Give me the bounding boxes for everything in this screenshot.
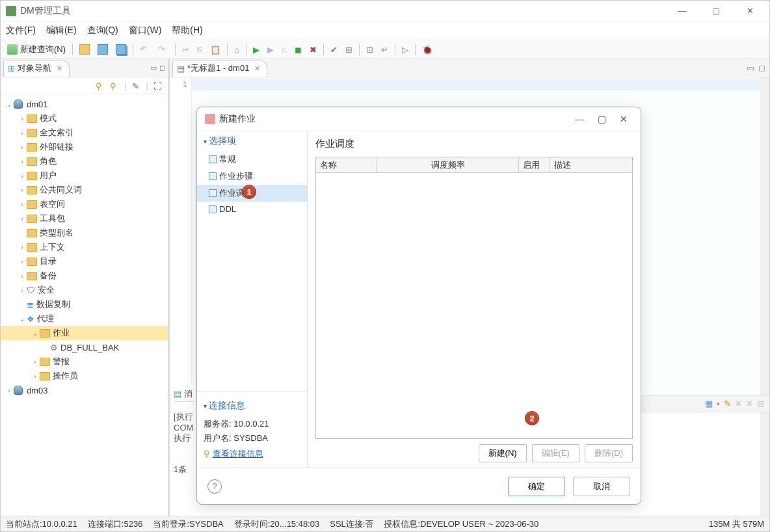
status-site: 当前站点:10.0.0.21 — [5, 518, 79, 530]
clear-icon[interactable]: ✕ — [735, 399, 742, 408]
tree-node-backup[interactable]: ›备份 — [1, 269, 168, 283]
tree-node-context[interactable]: ›上下文 — [1, 240, 168, 254]
minimize-pane-icon[interactable]: ▭ — [150, 64, 157, 72]
menu-query[interactable]: 查询(Q) — [87, 25, 118, 36]
brush-icon[interactable]: ✎ — [724, 399, 731, 408]
commit-icon[interactable]: ⎌ — [279, 42, 289, 57]
tree-node-role[interactable]: ›角色 — [1, 154, 168, 168]
edit-icon[interactable]: ✎ — [132, 81, 141, 90]
tree-node-dm01[interactable]: ⌄dm01 — [1, 97, 168, 111]
menu-file[interactable]: 文件(F) — [6, 25, 36, 36]
sidebar-tab[interactable]: ⊞ 对象导航 ✕ — [3, 60, 70, 77]
tree-node-extlink[interactable]: ›外部链接 — [1, 140, 168, 154]
message-panel-fragment: ▤消 [执行 COM 执行 1条 — [171, 384, 197, 494]
tree-icon: ⊞ — [8, 64, 15, 73]
new-schedule-button[interactable]: 新建(N) — [479, 444, 527, 462]
restore-pane-icon[interactable]: ◻ — [159, 64, 165, 72]
tree-node-synonym[interactable]: ›公共同义词 — [1, 183, 168, 197]
dropdown-icon[interactable]: ▾ — [717, 401, 720, 407]
check-icon[interactable]: ✔ — [328, 42, 340, 57]
dialog-close-button[interactable]: ✕ — [615, 110, 633, 128]
tree-node-job-child[interactable]: ⚙DB_FULL_BAK — [1, 340, 168, 354]
cancel-button[interactable]: 取消 — [573, 477, 630, 496]
output-scrollbar[interactable] — [760, 412, 769, 516]
tree-node-alert[interactable]: ›警报 — [1, 354, 168, 369]
tree-node-fulltext[interactable]: ›全文索引 — [1, 126, 168, 140]
home-icon[interactable]: ⌂ — [232, 42, 242, 57]
tree-node-user[interactable]: ›用户 — [1, 168, 168, 183]
nav-ddl[interactable]: DDL — [197, 202, 307, 217]
tree-node-operator[interactable]: ›操作员 — [1, 369, 168, 383]
dialog-maximize-button[interactable]: ▢ — [592, 110, 611, 128]
next-icon[interactable]: ▷ — [399, 42, 411, 57]
annotation-2: 2 — [525, 411, 539, 425]
conn-section-title[interactable]: 连接信息 — [204, 396, 300, 416]
dialog-heading: 作业调度 — [315, 138, 633, 150]
job-icon: ⚙ — [50, 343, 58, 352]
dialog-minimize-button[interactable]: — — [570, 110, 589, 128]
maximize-editor-icon[interactable]: ◻ — [758, 63, 765, 73]
col-freq[interactable]: 调度频率 — [377, 157, 519, 172]
menu-edit[interactable]: 编辑(E) — [46, 25, 77, 36]
save-all-icon[interactable] — [113, 42, 129, 57]
minimize-editor-icon[interactable]: ▭ — [747, 63, 754, 73]
view-connection-link[interactable]: 查看连接信息 — [213, 449, 263, 459]
new-query-button[interactable]: 新建查询(N) — [5, 42, 68, 57]
minimize-button[interactable]: — — [668, 2, 697, 20]
menu-help[interactable]: 帮助(H) — [172, 25, 202, 36]
close-editor-icon[interactable]: ✕ — [254, 64, 260, 73]
paste-icon[interactable]: 📋 — [207, 42, 223, 57]
stop-icon[interactable]: ✖ — [307, 42, 319, 57]
editor-scrollbar[interactable] — [760, 77, 769, 395]
copy-icon[interactable]: ⎘ — [194, 42, 205, 57]
dialog-nav-section[interactable]: 选择项 — [197, 131, 307, 151]
explain-icon[interactable]: ⊞ — [343, 42, 355, 57]
stack-icon: ≣ — [27, 300, 34, 310]
tree-node-catalog[interactable]: ›目录 — [1, 254, 168, 269]
run-script-icon[interactable]: ▶ — [265, 42, 276, 57]
ok-button[interactable]: 确定 — [508, 477, 565, 496]
search-icon[interactable]: ⚲ — [96, 81, 105, 90]
help-button[interactable]: ? — [207, 479, 222, 494]
cut-icon[interactable]: ✂ — [179, 42, 192, 57]
tree-node-agent[interactable]: ⌄❖代理 — [1, 312, 168, 326]
grid-icon[interactable]: ▦ — [705, 399, 713, 408]
tree-node-job[interactable]: ⌄作业 — [1, 326, 168, 340]
close-button[interactable]: ✕ — [736, 2, 764, 20]
wrap-icon[interactable]: ↵ — [378, 42, 391, 57]
editor-tab[interactable]: ▤ *无标题1 - dm01 ✕ — [172, 60, 267, 77]
col-name[interactable]: 名称 — [316, 157, 377, 172]
tree-node-replication[interactable]: ≣数据复制 — [1, 297, 168, 312]
bug-icon[interactable]: 🐞 — [419, 42, 435, 57]
sql-file-icon: ▤ — [177, 64, 185, 73]
conn-user: SYSDBA — [233, 433, 268, 443]
pin-icon[interactable]: ⊟ — [757, 399, 764, 408]
format-icon[interactable]: ⊡ — [364, 42, 376, 57]
maximize-button[interactable]: ▢ — [702, 2, 730, 20]
open-icon[interactable] — [77, 42, 92, 57]
clear2-icon[interactable]: ✕ — [746, 399, 753, 408]
col-enable[interactable]: 启用 — [519, 157, 550, 172]
undo-icon[interactable]: ↶ — [137, 42, 153, 57]
expand-icon[interactable]: ⛶ — [153, 81, 163, 90]
filter-icon[interactable]: ⚲ — [110, 81, 119, 90]
tree-node-security[interactable]: ›🛡安全 — [1, 283, 168, 297]
tree-node-dm03[interactable]: ›dm03 — [1, 383, 168, 397]
nav-steps[interactable]: 作业步骤 — [197, 168, 307, 185]
tree-node-tablespace[interactable]: ›表空间 — [1, 197, 168, 211]
connection-info: 连接信息 服务器: 10.0.0.21 用户名: SYSDBA ⚲ 查看连接信息 — [197, 392, 307, 468]
nav-general[interactable]: 常规 — [197, 151, 307, 168]
tree-node-typealias[interactable]: 类型别名 — [1, 226, 168, 240]
close-tab-icon[interactable]: ✕ — [57, 64, 62, 73]
schedule-table[interactable]: 名称 调度频率 启用 描述 — [315, 157, 633, 439]
tree-node-schema[interactable]: ›模式 — [1, 111, 168, 126]
save-icon[interactable] — [95, 42, 111, 57]
col-desc[interactable]: 描述 — [550, 157, 632, 172]
tree-node-toolkit[interactable]: ›工具包 — [1, 211, 168, 226]
menu-window[interactable]: 窗口(W) — [129, 25, 162, 36]
rollback-icon[interactable]: ◼ — [292, 42, 304, 57]
run-icon[interactable]: ▶ — [250, 42, 262, 57]
dialog-nav: 选择项 常规 作业步骤 作业调度 DDL 连接信息 服务器: 10.0.0.21… — [197, 131, 308, 468]
redo-icon[interactable]: ↷ — [155, 42, 171, 57]
object-tree[interactable]: ⌄dm01 ›模式 ›全文索引 ›外部链接 ›角色 ›用户 ›公共同义词 ›表空… — [1, 94, 168, 516]
